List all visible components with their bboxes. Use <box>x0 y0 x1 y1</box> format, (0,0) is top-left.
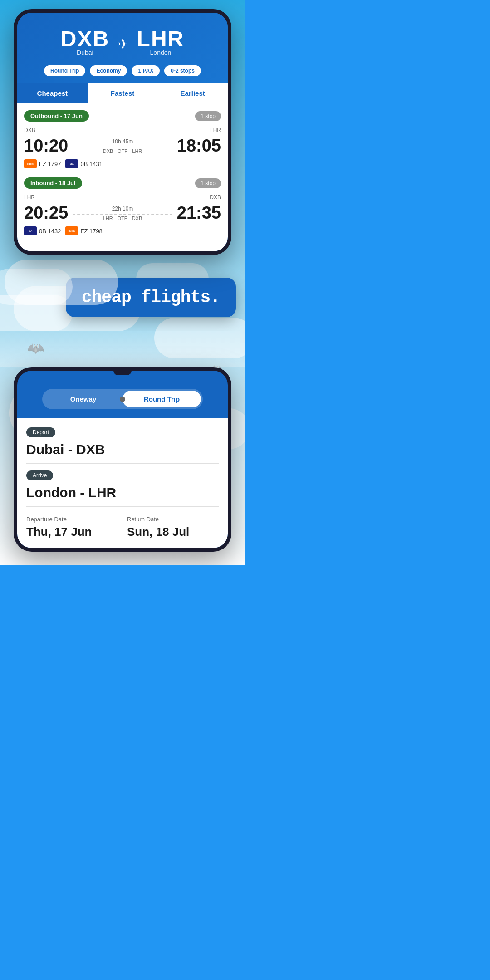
arrive-value[interactable]: London - LHR <box>26 485 219 507</box>
date-row: Departure Date Thu, 17 Jun Return Date S… <box>26 514 219 539</box>
arrive-label: Arrive <box>26 470 53 480</box>
depart-field: Depart Dubai - DXB <box>26 427 219 464</box>
outbound-arrival-time: 18:05 <box>177 136 221 156</box>
inbound-header: Inbound - 18 Jul 1 stop <box>24 177 221 189</box>
outbound-flight-1: FZ 1797 <box>39 161 61 167</box>
return-date-col: Return Date Sun, 18 Jul <box>127 516 219 539</box>
trip-type-toggle[interactable]: Oneway Round Trip <box>42 389 203 409</box>
phone-screen-search: Oneway Round Trip Depart Dubai - DXB Arr… <box>17 371 228 548</box>
inbound-duration-text: 22h 10m <box>73 206 172 212</box>
inbound-flight-2: FZ 1798 <box>80 228 102 235</box>
outbound-airline-2: BA 0B 1431 <box>65 159 102 168</box>
outbound-airline-1: dubai FZ 1797 <box>24 159 61 168</box>
depart-value[interactable]: Dubai - DXB <box>26 442 219 464</box>
sort-tab-bar: Cheapest Fastest Earliest <box>17 83 228 103</box>
airplane-icon: - - - ✈ <box>116 31 130 52</box>
outbound-times: 10:20 10h 45m DXB - OTP - LHR 18:05 <box>24 136 221 156</box>
inbound-arrival-time: 21:35 <box>177 203 221 223</box>
search-form-panel: Depart Dubai - DXB Arrive London - LHR D… <box>17 418 228 548</box>
return-date-label: Return Date <box>127 516 219 523</box>
depart-label: Depart <box>26 427 55 437</box>
cabin-class-pill[interactable]: Economy <box>90 65 127 76</box>
toggle-dot <box>120 397 125 402</box>
outbound-route-path: DXB - OTP - LHR <box>73 148 172 154</box>
flydubai-logo-1: dubai <box>24 159 37 168</box>
outbound-duration: 10h 45m DXB - OTP - LHR <box>68 138 177 154</box>
outbound-label: Outbound - 17 Jun <box>24 110 89 122</box>
outbound-airlines: dubai FZ 1797 BA 0B 1431 <box>24 159 221 168</box>
departure-date-label: Departure Date <box>26 516 118 523</box>
origin-column: DXB Dubai <box>61 26 109 56</box>
phone-screen-results: DXB Dubai - - - ✈ LHR London Round Trip … <box>17 13 228 251</box>
phone-mockup-search: Oneway Round Trip Depart Dubai - DXB Arr… <box>14 367 231 552</box>
route-display: DXB Dubai - - - ✈ LHR London <box>26 22 219 61</box>
origin-code: DXB <box>61 26 109 51</box>
inbound-route-path: LHR - OTP - DXB <box>73 216 172 221</box>
inbound-flight-1: 0B 1432 <box>39 228 61 235</box>
inbound-segment: Inbound - 18 Jul 1 stop LHR DXB 20:25 22… <box>24 177 221 235</box>
destination-code: LHR <box>137 26 185 51</box>
flight-results-panel: Outbound - 17 Jun 1 stop DXB LHR 10:20 1… <box>17 103 228 251</box>
outbound-arrival-airport: LHR <box>210 127 221 133</box>
outbound-duration-text: 10h 45m <box>73 138 172 145</box>
toggle-oneway[interactable]: Oneway <box>44 391 122 407</box>
tab-earliest[interactable]: Earliest <box>157 83 228 103</box>
outbound-departure-time: 10:20 <box>24 136 68 156</box>
departure-date-value[interactable]: Thu, 17 Jun <box>26 525 118 539</box>
phone-mockup-flight-results: DXB Dubai - - - ✈ LHR London Round Trip … <box>14 9 231 255</box>
inbound-airlines: BA 0B 1432 dubai FZ 1798 <box>24 226 221 235</box>
tab-cheapest[interactable]: Cheapest <box>17 83 88 103</box>
phone-notch <box>113 371 132 375</box>
outbound-header: Outbound - 17 Jun 1 stop <box>24 110 221 122</box>
route-info: Round Trip Economy 1 PAX 0-2 stops <box>26 61 219 83</box>
flydubai-logo-2: dubai <box>65 226 78 235</box>
inbound-stops: 1 stop <box>195 178 221 188</box>
duration-line-visual <box>73 147 172 147</box>
inbound-airline-1: BA 0B 1432 <box>24 226 61 235</box>
blueair-logo-1: BA <box>65 159 78 168</box>
destination-column: LHR London <box>137 26 185 56</box>
trip-type-pill[interactable]: Round Trip <box>44 65 85 76</box>
inbound-label: Inbound - 18 Jul <box>24 177 82 189</box>
inbound-departure-airport: LHR <box>24 194 35 201</box>
return-date-value[interactable]: Sun, 18 Jul <box>127 525 219 539</box>
outbound-flight-2: 0B 1431 <box>80 161 102 167</box>
cloud-mid-2 <box>0 269 73 305</box>
inbound-times: 20:25 22h 10m LHR - OTP - DXB 21:35 <box>24 203 221 223</box>
cloud-gap <box>0 331 245 367</box>
inbound-duration-line-visual <box>73 214 172 215</box>
inbound-airline-2: dubai FZ 1798 <box>65 226 102 235</box>
inbound-duration: 22h 10m LHR - OTP - DXB <box>68 206 177 221</box>
stops-pill[interactable]: 0-2 stops <box>164 65 201 76</box>
toggle-container: Oneway Round Trip <box>17 375 228 418</box>
blueair-logo-2: BA <box>24 226 37 235</box>
outbound-departure-airport: DXB <box>24 127 35 133</box>
arrive-field: Arrive London - LHR <box>26 470 219 507</box>
toggle-roundtrip[interactable]: Round Trip <box>122 391 201 407</box>
inbound-arrival-airport: DXB <box>210 194 221 201</box>
departure-date-col: Departure Date Thu, 17 Jun <box>26 516 118 539</box>
passengers-pill[interactable]: 1 PAX <box>132 65 160 76</box>
flight-search-header: DXB Dubai - - - ✈ LHR London Round Trip … <box>17 13 228 83</box>
outbound-stops: 1 stop <box>195 111 221 121</box>
tab-fastest[interactable]: Fastest <box>88 83 158 103</box>
outbound-segment: Outbound - 17 Jun 1 stop DXB LHR 10:20 1… <box>24 110 221 168</box>
tagline-section: cheap flights. <box>0 255 245 331</box>
inbound-departure-time: 20:25 <box>24 203 68 223</box>
